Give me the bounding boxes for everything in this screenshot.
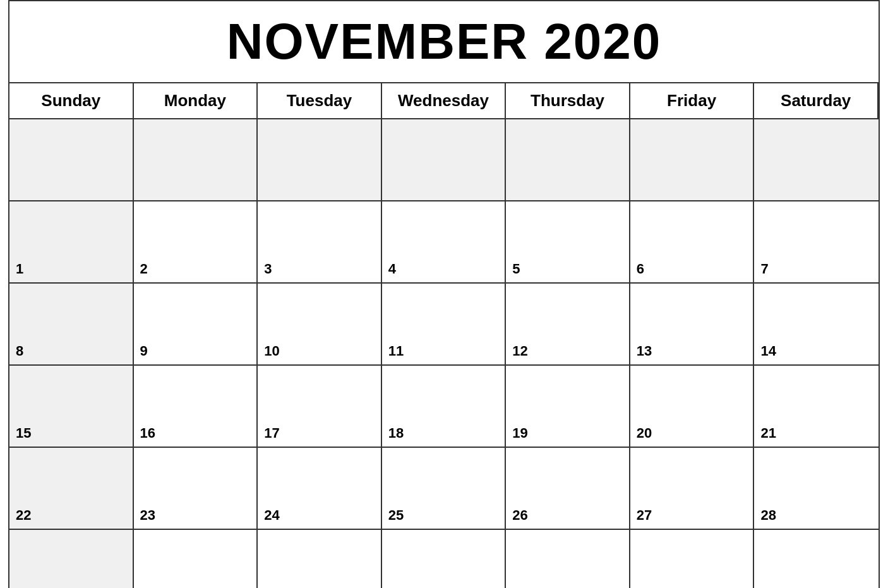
day-number: 1 xyxy=(16,261,23,277)
day-cell: 20 xyxy=(630,366,755,448)
day-number: 21 xyxy=(760,425,776,441)
day-number: 5 xyxy=(512,261,520,277)
day-cell: 3 xyxy=(506,530,630,588)
calendar-title: NOVEMBER 2020 xyxy=(9,1,879,83)
day-cell: 27 xyxy=(630,448,755,530)
day-number: 4 xyxy=(388,261,396,277)
day-cell: 2 xyxy=(382,530,507,588)
day-cell: 18 xyxy=(382,366,507,448)
day-cell: 15 xyxy=(9,366,134,448)
day-cell xyxy=(382,119,507,201)
day-cell: 1 xyxy=(9,201,134,284)
day-cell: 26 xyxy=(506,448,630,530)
day-cell: 14 xyxy=(754,284,879,366)
day-cell: 7 xyxy=(754,201,879,284)
day-cell xyxy=(134,119,258,201)
day-cell xyxy=(630,119,755,201)
day-number: 23 xyxy=(140,507,155,524)
day-cell: 21 xyxy=(754,366,879,448)
day-cell: 6 xyxy=(630,201,755,284)
day-cell: 1 xyxy=(258,530,382,588)
day-number: 22 xyxy=(16,507,31,524)
day-cell: 4 xyxy=(382,201,507,284)
day-number: 9 xyxy=(140,343,148,359)
day-number: 20 xyxy=(637,425,652,441)
day-number: 6 xyxy=(637,261,644,277)
day-cell: 13 xyxy=(630,284,755,366)
day-cell: 24 xyxy=(258,448,382,530)
day-number: 25 xyxy=(388,507,404,524)
day-number: 24 xyxy=(264,507,279,524)
day-cell: 29 xyxy=(9,530,134,588)
day-cell xyxy=(754,119,879,201)
day-number: 28 xyxy=(760,507,776,524)
day-cell: 16 xyxy=(134,366,258,448)
day-cell: 2 xyxy=(134,201,258,284)
day-header-sunday: Sunday xyxy=(9,83,134,119)
day-cell: 28 xyxy=(754,448,879,530)
day-number: 10 xyxy=(264,343,279,359)
day-cell: 30 xyxy=(134,530,258,588)
day-header-thursday: Thursday xyxy=(506,83,630,119)
day-number: 16 xyxy=(140,425,155,441)
day-cell: 25 xyxy=(382,448,507,530)
day-number: 14 xyxy=(760,343,776,359)
day-cell: 4 xyxy=(630,530,755,588)
day-cell: 17 xyxy=(258,366,382,448)
day-number: 26 xyxy=(512,507,527,524)
day-number: 2 xyxy=(140,261,148,277)
day-number: 15 xyxy=(16,425,31,441)
day-cell: 5 xyxy=(506,201,630,284)
calendar: NOVEMBER 2020 SundayMondayTuesdayWednesd… xyxy=(8,0,880,588)
day-number: 3 xyxy=(264,261,272,277)
calendar-grid: SundayMondayTuesdayWednesdayThursdayFrid… xyxy=(9,83,879,588)
day-cell: 8 xyxy=(9,284,134,366)
day-header-friday: Friday xyxy=(630,83,755,119)
day-number: 13 xyxy=(637,343,652,359)
day-cell xyxy=(506,119,630,201)
day-header-saturday: Saturday xyxy=(754,83,879,119)
day-cell: 10 xyxy=(258,284,382,366)
day-number: 7 xyxy=(760,261,768,277)
day-cell xyxy=(258,119,382,201)
day-cell: 5 xyxy=(754,530,879,588)
day-header-tuesday: Tuesday xyxy=(258,83,382,119)
day-cell: 9 xyxy=(134,284,258,366)
day-cell: 11 xyxy=(382,284,507,366)
day-cell: 12 xyxy=(506,284,630,366)
day-number: 19 xyxy=(512,425,527,441)
day-number: 8 xyxy=(16,343,23,359)
day-number: 12 xyxy=(512,343,527,359)
day-cell: 23 xyxy=(134,448,258,530)
day-header-monday: Monday xyxy=(134,83,258,119)
day-number: 18 xyxy=(388,425,404,441)
day-header-wednesday: Wednesday xyxy=(382,83,507,119)
day-cell xyxy=(9,119,134,201)
day-number: 27 xyxy=(637,507,652,524)
day-cell: 19 xyxy=(506,366,630,448)
day-cell: 3 xyxy=(258,201,382,284)
day-cell: 22 xyxy=(9,448,134,530)
day-number: 17 xyxy=(264,425,279,441)
day-number: 11 xyxy=(388,343,404,359)
